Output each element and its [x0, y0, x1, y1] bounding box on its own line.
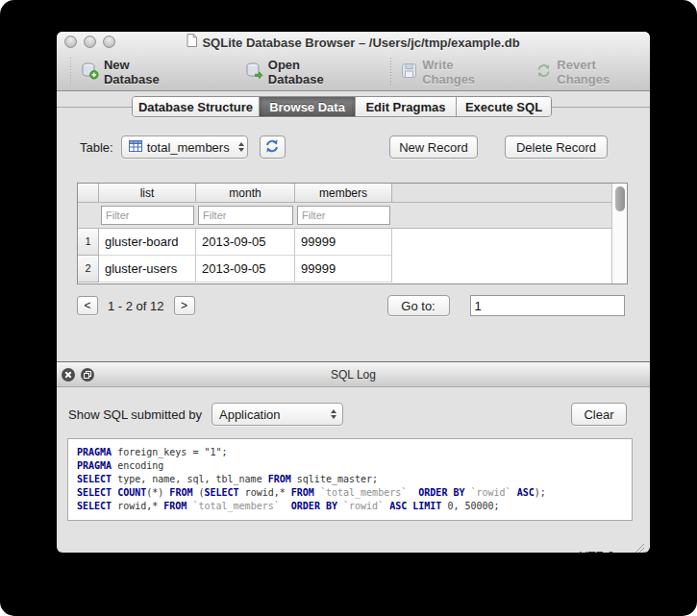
table-select-value: total_members	[147, 140, 230, 155]
title-area: SQLite Database Browser – /Users/jc/tmp/…	[57, 32, 650, 53]
column-header-month[interactable]: month	[196, 184, 295, 203]
new-database-button[interactable]: New Database	[81, 58, 187, 86]
new-record-button[interactable]: New Record	[389, 136, 478, 159]
open-database-label: Open Database	[268, 58, 357, 86]
sql-log-line: SELECT type, name, sql, tbl_name FROM sq…	[77, 473, 623, 486]
status-bar: UTF-8	[57, 539, 650, 553]
tab-browse-data[interactable]: Browse Data	[260, 97, 356, 116]
table-select[interactable]: total_members	[121, 136, 248, 159]
table-icon	[129, 138, 142, 156]
refresh-icon	[264, 138, 280, 157]
main-tabs: Database Structure Browse Data Edit Prag…	[132, 96, 552, 117]
grid-header-fill	[392, 184, 627, 203]
grid-body: 1 gluster-board 2013-09-05 99999 2 glust…	[78, 229, 627, 283]
previous-page-button[interactable]: <	[77, 296, 98, 315]
refresh-button[interactable]	[260, 136, 286, 159]
next-page-button[interactable]: >	[174, 296, 195, 315]
cell-month[interactable]: 2013-09-05	[196, 256, 295, 283]
revert-changes-icon	[535, 62, 552, 82]
filter-cell	[99, 203, 196, 228]
row-number[interactable]: 1	[78, 229, 99, 256]
cell-list[interactable]: gluster-board	[99, 229, 196, 256]
write-changes-label: Write Changes	[422, 58, 508, 86]
sql-log-line: SELECT COUNT(*) FROM (SELECT rowid,* FRO…	[77, 486, 623, 500]
row-number[interactable]: 2	[78, 256, 99, 283]
table-controls-row: Table: total_members New Record Delete R…	[57, 135, 650, 160]
clear-log-button[interactable]: Clear	[571, 403, 627, 426]
filter-input-members[interactable]	[297, 206, 390, 225]
encoding-label: UTF-8	[579, 549, 614, 554]
row-fill	[392, 256, 627, 283]
browse-data-panel: Table: total_members New Record Delete R…	[57, 135, 650, 361]
tab-execute-sql[interactable]: Execute SQL	[457, 97, 551, 116]
cell-members[interactable]: 99999	[295, 256, 392, 283]
grid-vertical-scrollbar[interactable]	[611, 184, 627, 283]
toolbar: New Database Open Database Write Changes…	[57, 53, 650, 90]
tab-edit-pragmas[interactable]: Edit Pragmas	[356, 97, 457, 116]
tab-database-structure[interactable]: Database Structure	[133, 97, 260, 116]
filter-cell	[295, 203, 392, 228]
sql-source-select[interactable]: Application	[212, 403, 343, 426]
revert-changes-button: Revert Changes	[535, 58, 650, 86]
sql-log-dock-header: SQL Log	[57, 361, 650, 387]
cell-members[interactable]: 99999	[295, 229, 392, 256]
window-chrome: SQLite Database Browser – /Users/jc/tmp/…	[57, 32, 650, 91]
filter-cell	[196, 203, 295, 228]
write-changes-button: Write Changes	[401, 58, 508, 86]
column-header-list[interactable]: list	[99, 184, 196, 203]
open-database-icon	[245, 62, 263, 83]
cell-list[interactable]: gluster-users	[99, 256, 196, 283]
stepper-arrows-icon	[238, 142, 244, 152]
stepper-arrows-icon	[331, 409, 336, 419]
sql-log-text[interactable]: PRAGMA foreign_keys = "1";PRAGMA encodin…	[67, 438, 633, 521]
new-database-label: New Database	[104, 58, 187, 86]
sql-log-panel: Show SQL submitted by Application Clear …	[57, 402, 650, 539]
delete-record-button[interactable]: Delete Record	[505, 136, 608, 159]
app-window: SQLite Database Browser – /Users/jc/tmp/…	[57, 32, 650, 553]
column-header-members[interactable]: members	[295, 184, 392, 203]
close-window-button[interactable]	[64, 36, 77, 48]
grid-corner-cell	[78, 184, 99, 203]
document-icon	[187, 34, 197, 51]
goto-button[interactable]: Go to:	[387, 295, 450, 316]
open-database-button[interactable]: Open Database	[245, 58, 357, 86]
sql-log-controls: Show SQL submitted by Application Clear	[57, 402, 650, 427]
resize-grip[interactable]	[633, 541, 645, 553]
filter-corner	[78, 203, 99, 228]
grid-header-row: list month members	[78, 184, 627, 203]
revert-changes-label: Revert Changes	[557, 58, 650, 86]
pagination-row: < 1 - 2 of 12 > Go to:	[77, 294, 626, 317]
table-label: Table:	[80, 140, 113, 155]
filter-input-list[interactable]	[101, 206, 194, 225]
filter-input-month[interactable]	[198, 206, 293, 225]
toolbar-drag-handle	[70, 58, 73, 86]
tab-strip: Database Structure Browse Data Edit Prag…	[57, 91, 650, 122]
window-title: SQLite Database Browser – /Users/jc/tmp/…	[202, 36, 519, 50]
data-grid: list month members 1 gluster-board	[77, 183, 628, 284]
sql-log-title: SQL Log	[57, 368, 650, 382]
record-range-label: 1 - 2 of 12	[108, 299, 164, 313]
goto-record-input[interactable]	[470, 295, 625, 316]
sql-log-line: SELECT rowid,* FROM `total_members` ORDE…	[77, 500, 623, 513]
toolbar-separator	[389, 58, 391, 86]
scrollbar-thumb[interactable]	[615, 186, 625, 211]
table-row: 2 gluster-users 2013-09-05 99999	[78, 256, 627, 283]
zoom-window-button[interactable]	[103, 36, 115, 48]
new-database-icon	[81, 62, 99, 83]
sql-log-line: PRAGMA foreign_keys = "1";	[77, 446, 623, 459]
sql-log-line: PRAGMA encoding	[77, 459, 623, 473]
sql-source-value: Application	[219, 407, 281, 422]
desktop-background: SQLite Database Browser – /Users/jc/tmp/…	[0, 0, 697, 616]
table-row: 1 gluster-board 2013-09-05 99999	[78, 229, 627, 256]
write-changes-icon	[401, 62, 417, 82]
window-titlebar[interactable]: SQLite Database Browser – /Users/jc/tmp/…	[57, 32, 650, 53]
filter-fill	[392, 203, 627, 228]
grid-filter-row	[78, 203, 627, 229]
show-sql-label: Show SQL submitted by	[68, 407, 202, 422]
cell-month[interactable]: 2013-09-05	[196, 229, 295, 256]
minimize-window-button[interactable]	[84, 36, 96, 48]
traffic-lights	[64, 36, 115, 48]
row-fill	[392, 229, 627, 256]
